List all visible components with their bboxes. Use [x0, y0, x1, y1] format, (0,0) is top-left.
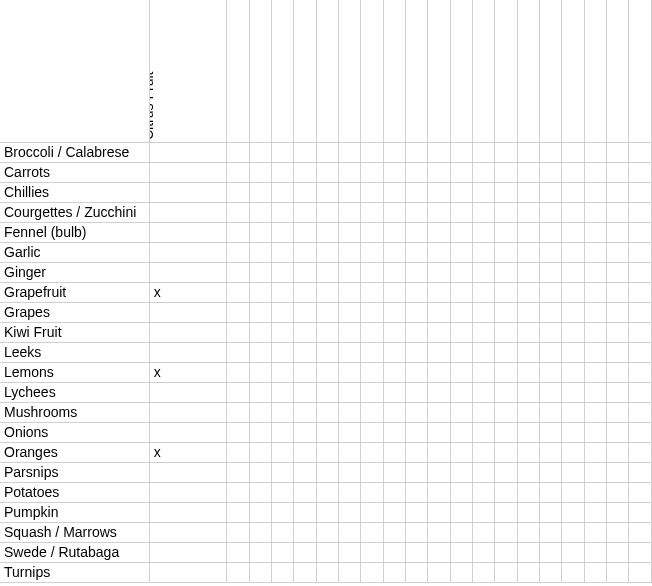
cell[interactable]	[383, 542, 405, 562]
cell[interactable]	[294, 202, 316, 222]
cell[interactable]	[428, 162, 450, 182]
cell[interactable]	[540, 162, 562, 182]
cell[interactable]	[450, 342, 472, 362]
cell[interactable]	[338, 262, 360, 282]
cell[interactable]	[450, 222, 472, 242]
cell[interactable]	[383, 202, 405, 222]
cell[interactable]	[540, 262, 562, 282]
cell[interactable]	[428, 222, 450, 242]
cell[interactable]	[473, 542, 495, 562]
cell[interactable]	[495, 442, 517, 462]
cell[interactable]	[495, 482, 517, 502]
cell[interactable]	[271, 402, 293, 422]
cell[interactable]	[316, 202, 338, 222]
cell[interactable]	[540, 502, 562, 522]
cell[interactable]	[383, 162, 405, 182]
cell[interactable]	[406, 442, 428, 462]
cell[interactable]	[249, 442, 271, 462]
column-header[interactable]	[428, 0, 450, 142]
column-header[interactable]	[584, 0, 606, 142]
cell[interactable]	[517, 542, 539, 562]
row-label[interactable]: Ginger	[0, 262, 149, 282]
cell[interactable]	[428, 322, 450, 342]
cell[interactable]	[227, 262, 249, 282]
cell[interactable]	[584, 362, 606, 382]
cell[interactable]	[450, 142, 472, 162]
column-header[interactable]	[271, 0, 293, 142]
cell[interactable]	[149, 322, 226, 342]
cell[interactable]	[607, 502, 629, 522]
cell[interactable]	[316, 162, 338, 182]
column-header[interactable]	[227, 0, 249, 142]
cell[interactable]	[607, 562, 629, 582]
cell[interactable]	[338, 362, 360, 382]
cell[interactable]	[495, 242, 517, 262]
cell[interactable]	[294, 422, 316, 442]
row-label[interactable]: Oranges	[0, 442, 149, 462]
cell[interactable]	[450, 442, 472, 462]
cell[interactable]	[473, 342, 495, 362]
cell[interactable]	[629, 382, 652, 402]
cell[interactable]	[607, 482, 629, 502]
cell[interactable]	[271, 502, 293, 522]
cell[interactable]	[149, 162, 226, 182]
cell[interactable]	[428, 422, 450, 442]
cell[interactable]	[149, 182, 226, 202]
cell[interactable]	[584, 442, 606, 462]
cell[interactable]	[517, 302, 539, 322]
cell[interactable]	[562, 542, 584, 562]
cell[interactable]	[271, 462, 293, 482]
cell[interactable]	[629, 202, 652, 222]
cell[interactable]	[562, 222, 584, 242]
cell[interactable]	[249, 302, 271, 322]
cell[interactable]	[495, 362, 517, 382]
cell[interactable]	[406, 222, 428, 242]
cell[interactable]	[473, 302, 495, 322]
cell[interactable]	[495, 162, 517, 182]
cell[interactable]	[495, 402, 517, 422]
cell[interactable]	[473, 182, 495, 202]
cell[interactable]	[361, 402, 383, 422]
cell[interactable]	[562, 502, 584, 522]
cell[interactable]	[428, 262, 450, 282]
cell[interactable]	[450, 562, 472, 582]
cell[interactable]	[495, 462, 517, 482]
cell[interactable]	[406, 382, 428, 402]
cell[interactable]	[607, 182, 629, 202]
cell[interactable]	[562, 202, 584, 222]
cell[interactable]	[383, 242, 405, 262]
cell[interactable]	[450, 522, 472, 542]
cell[interactable]	[294, 522, 316, 542]
cell[interactable]	[361, 362, 383, 382]
column-header[interactable]	[607, 0, 629, 142]
cell[interactable]	[227, 222, 249, 242]
cell[interactable]	[495, 322, 517, 342]
cell[interactable]	[383, 362, 405, 382]
column-header[interactable]	[316, 0, 338, 142]
cell[interactable]	[428, 522, 450, 542]
cell[interactable]	[584, 262, 606, 282]
cell[interactable]	[383, 142, 405, 162]
cell[interactable]	[361, 182, 383, 202]
cell[interactable]	[361, 522, 383, 542]
cell[interactable]	[249, 142, 271, 162]
cell[interactable]	[361, 142, 383, 162]
cell[interactable]	[584, 162, 606, 182]
cell[interactable]	[473, 462, 495, 482]
cell[interactable]	[227, 302, 249, 322]
cell[interactable]	[428, 342, 450, 362]
cell[interactable]	[361, 562, 383, 582]
cell[interactable]	[227, 202, 249, 222]
cell[interactable]	[517, 442, 539, 462]
cell[interactable]	[406, 162, 428, 182]
cell[interactable]	[149, 242, 226, 262]
cell[interactable]	[249, 242, 271, 262]
cell[interactable]	[316, 402, 338, 422]
cell[interactable]	[517, 222, 539, 242]
cell[interactable]	[227, 462, 249, 482]
cell[interactable]	[450, 462, 472, 482]
column-header[interactable]	[629, 0, 652, 142]
cell[interactable]	[406, 262, 428, 282]
cell[interactable]	[607, 282, 629, 302]
cell[interactable]	[406, 422, 428, 442]
